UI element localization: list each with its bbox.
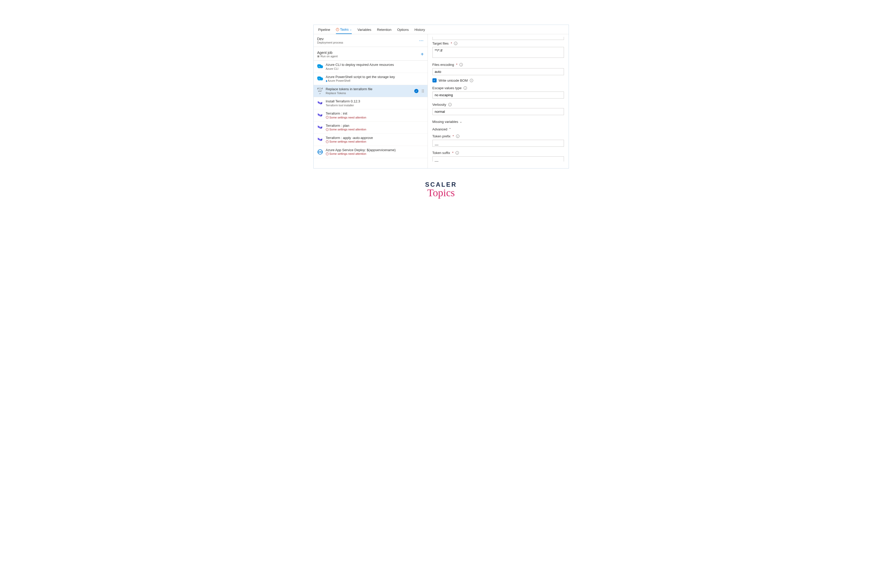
task-title: Terraform : apply -auto-approve <box>326 136 424 140</box>
token-prefix-input[interactable] <box>433 140 564 147</box>
tab-tasks[interactable]: ! Tasks ⌄ <box>336 27 352 34</box>
terraform-icon <box>317 112 323 118</box>
task-title: Terraform : plan <box>326 124 424 128</box>
task-warning: !Some settings need attention <box>326 128 424 131</box>
task-list: >_ Azure CLI to deploy required Azure re… <box>314 61 428 168</box>
stage-more-button[interactable]: ··· <box>419 39 424 42</box>
task-terraform-plan[interactable]: Terraform : plan !Some settings need att… <box>314 122 428 134</box>
files-encoding-label: Files encoding* i <box>433 63 564 67</box>
drag-handle-icon[interactable]: ┇┇ <box>421 90 424 92</box>
terraform-icon <box>317 100 323 106</box>
info-icon[interactable]: i <box>448 103 452 106</box>
content-split: Dev Deployment process ··· Agent job ▦ R… <box>314 34 569 168</box>
info-icon[interactable]: i <box>470 79 473 82</box>
task-app-service-deploy[interactable]: Azure App Service Deploy: $(appservicena… <box>314 146 428 158</box>
azure-cli-icon: >_ <box>317 64 323 69</box>
target-files-label: Target files* i <box>433 42 564 45</box>
replace-tokens-icon: #{}#var ↵ <box>317 88 323 94</box>
chevron-down-icon: ⌄ <box>460 120 462 123</box>
app-service-icon <box>317 149 323 155</box>
left-pane: Dev Deployment process ··· Agent job ▦ R… <box>314 34 428 168</box>
info-icon[interactable]: i <box>456 135 460 138</box>
task-title: Install Terraform 0.12.3 <box>326 99 424 104</box>
top-tabs: Pipeline ! Tasks ⌄ Variables Retention O… <box>314 25 569 34</box>
task-azure-cli[interactable]: >_ Azure CLI to deploy required Azure re… <box>314 61 428 73</box>
write-bom-label: Write unicode BOM <box>439 78 468 82</box>
task-subtitle: ▮ Azure PowerShell <box>326 79 424 83</box>
token-prefix-label: Token prefix* i <box>433 134 564 138</box>
tab-history[interactable]: History <box>415 27 425 34</box>
task-subtitle: Replace Tokens <box>326 91 412 95</box>
stage-subtitle: Deployment process <box>317 41 343 44</box>
pipeline-editor: Pipeline ! Tasks ⌄ Variables Retention O… <box>313 25 569 168</box>
escape-values-input[interactable] <box>433 92 564 99</box>
task-warning: !Some settings need attention <box>326 140 424 143</box>
task-title: Azure PowerShell script to get the stora… <box>326 75 424 79</box>
task-terraform-init[interactable]: Terraform : init !Some settings need att… <box>314 110 428 122</box>
info-icon[interactable]: i <box>464 86 467 90</box>
scaler-topics-logo: SCALER Topics <box>425 181 457 199</box>
task-settings-pane: Target files* i Files encoding* i ✓ Writ… <box>428 34 569 168</box>
token-suffix-label: Token suffix* i <box>433 151 564 155</box>
task-title: Replace tokens in terraform file <box>326 87 412 91</box>
svg-text:>_: >_ <box>319 66 321 68</box>
stage-name: Dev <box>317 37 343 41</box>
verbosity-label: Verbosity i <box>433 103 564 106</box>
chevron-down-icon: ⌄ <box>350 28 352 31</box>
task-title: Terraform : init <box>326 111 424 116</box>
info-icon[interactable]: i <box>455 151 459 154</box>
info-icon[interactable]: i <box>454 42 457 45</box>
task-terraform-apply[interactable]: Terraform : apply -auto-approve !Some se… <box>314 134 428 146</box>
add-task-button[interactable]: + <box>421 51 424 57</box>
task-azure-powershell[interactable]: >_ Azure PowerShell script to get the st… <box>314 73 428 85</box>
agent-job-header[interactable]: Agent job ▦ Run on agent + <box>314 47 428 61</box>
missing-variables-section[interactable]: Missing variables⌄ <box>428 118 569 125</box>
task-warning: !Some settings need attention <box>326 116 424 119</box>
tab-tasks-label: Tasks <box>340 27 349 32</box>
task-warning: !Some settings need attention <box>326 152 424 156</box>
escape-values-label: Escape values type i <box>433 86 564 90</box>
cropped-field-top <box>433 37 564 40</box>
tab-options[interactable]: Options <box>397 27 409 34</box>
task-subtitle: Azure CLI <box>326 67 424 70</box>
agent-job-title: Agent job <box>317 51 338 55</box>
tab-pipeline[interactable]: Pipeline <box>318 27 330 34</box>
files-encoding-input[interactable] <box>433 68 564 75</box>
task-install-terraform[interactable]: Install Terraform 0.12.3 Terraform tool … <box>314 97 428 110</box>
info-icon[interactable]: i <box>460 63 463 66</box>
svg-text:>_: >_ <box>319 78 321 80</box>
verbosity-input[interactable] <box>433 108 564 115</box>
task-title: Azure CLI to deploy required Azure resou… <box>326 63 424 67</box>
logo-line2: Topics <box>425 187 457 199</box>
write-bom-checkbox[interactable]: ✓ <box>433 78 437 82</box>
stage-header[interactable]: Dev Deployment process ··· <box>314 34 428 47</box>
task-replace-tokens[interactable]: #{}#var ↵ Replace tokens in terraform fi… <box>314 85 428 97</box>
chevron-up-icon: ⌃ <box>449 128 451 131</box>
token-suffix-input[interactable]: __ <box>433 156 564 162</box>
terraform-icon <box>317 137 323 142</box>
terraform-icon <box>317 125 323 130</box>
agent-job-subtitle: ▦ Run on agent <box>317 55 338 58</box>
tab-variables[interactable]: Variables <box>358 27 371 34</box>
advanced-section[interactable]: Advanced⌃ <box>428 125 569 133</box>
tab-retention[interactable]: Retention <box>377 27 391 34</box>
warning-icon: ! <box>336 28 339 31</box>
powershell-icon: >_ <box>317 76 323 82</box>
target-files-input[interactable] <box>433 47 564 58</box>
task-title: Azure App Service Deploy: $(appservicena… <box>326 148 424 152</box>
task-subtitle: Terraform tool installer <box>326 104 424 107</box>
task-enabled-icon[interactable]: ✓ <box>414 89 418 93</box>
server-icon: ▦ <box>317 55 320 57</box>
